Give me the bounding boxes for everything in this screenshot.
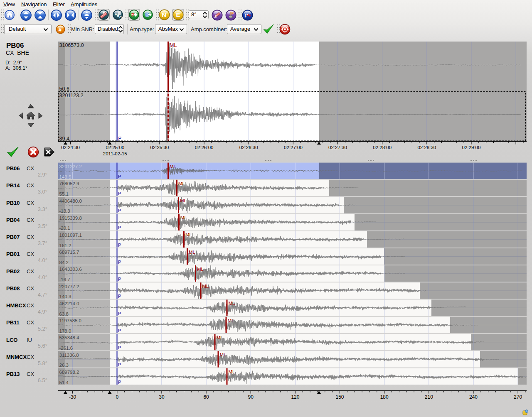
svg-text:4406480.0: 4406480.0	[59, 199, 82, 204]
svg-text:ML: ML	[202, 284, 209, 289]
svg-text:P: P	[118, 345, 121, 350]
svg-text:ML: ML	[178, 181, 185, 186]
svg-text:1197585.0: 1197585.0	[59, 318, 82, 323]
svg-text:30: 30	[159, 394, 165, 400]
svg-text:ML: ML	[229, 369, 236, 374]
svg-text:535348.4: 535348.4	[59, 335, 80, 340]
svg-text:P: P	[118, 208, 121, 213]
svg-text:26.3: 26.3	[59, 363, 69, 368]
svg-text:60: 60	[203, 394, 209, 400]
svg-text:02:29:00: 02:29:00	[462, 145, 481, 150]
svg-text:2011-02-15: 2011-02-15	[103, 151, 127, 156]
svg-text:1643303.6: 1643303.6	[59, 267, 82, 272]
svg-text:ML: ML	[180, 215, 187, 220]
svg-text:55.1: 55.1	[59, 191, 69, 196]
svg-text:ML: ML	[185, 232, 192, 237]
svg-text:178.0: 178.0	[59, 329, 71, 334]
svg-text:-30: -30	[69, 394, 76, 400]
svg-text:ML: ML	[197, 267, 204, 272]
svg-text:P: P	[131, 12, 134, 17]
svg-text:768052.9: 768052.9	[59, 181, 79, 186]
svg-text:210: 210	[425, 394, 433, 400]
svg-text:P: P	[118, 243, 121, 248]
svg-text:P: P	[118, 311, 121, 316]
svg-text:180: 180	[380, 394, 389, 400]
svg-text:02:28:30: 02:28:30	[417, 145, 436, 150]
svg-text:120: 120	[291, 394, 299, 400]
svg-text:02:26:30: 02:26:30	[239, 145, 258, 150]
svg-text:P: P	[118, 294, 121, 299]
svg-text:3201227.2: 3201227.2	[59, 164, 82, 169]
svg-text:270: 270	[514, 394, 522, 400]
svg-text:#: #	[59, 27, 62, 33]
svg-text:P: P	[118, 260, 121, 265]
svg-text:ML: ML	[180, 198, 187, 203]
svg-text:462214.0: 462214.0	[59, 301, 79, 306]
svg-text:02:25:00: 02:25:00	[106, 145, 124, 150]
svg-text:02:26:00: 02:26:00	[195, 145, 214, 150]
svg-text:P: P	[118, 225, 121, 230]
svg-text:90: 90	[248, 394, 254, 400]
svg-text:P: P	[118, 380, 121, 385]
svg-text:3106573.0: 3106573.0	[59, 42, 84, 48]
svg-text:02:25:30: 02:25:30	[150, 145, 169, 150]
svg-text:0: 0	[116, 394, 118, 400]
svg-text:JP: JP	[229, 11, 234, 15]
svg-text:P: P	[118, 174, 121, 179]
svg-text:63.8: 63.8	[59, 312, 69, 316]
svg-text:1915339.8: 1915339.8	[59, 216, 82, 221]
svg-text:02:28:00: 02:28:00	[373, 145, 392, 150]
svg-text:-20.1: -20.1	[59, 226, 70, 231]
svg-text:02:24:30: 02:24:30	[61, 145, 80, 150]
svg-text:1801097.1: 1801097.1	[59, 233, 82, 238]
svg-text:150: 150	[335, 394, 344, 400]
svg-text:ML: ML	[170, 164, 177, 169]
svg-text:02:27:30: 02:27:30	[328, 145, 347, 150]
svg-text:51.4: 51.4	[59, 380, 69, 385]
svg-text:240: 240	[469, 394, 478, 400]
svg-text:ML: ML	[217, 335, 224, 340]
svg-text:689798.2: 689798.2	[59, 370, 79, 375]
svg-text:689715.7: 689715.7	[59, 250, 79, 255]
svg-text:N: N	[162, 11, 166, 18]
svg-text:-16.7: -16.7	[59, 277, 70, 282]
svg-text:50.6: 50.6	[59, 86, 69, 92]
svg-text:181.2: 181.2	[59, 243, 71, 248]
svg-text:ML: ML	[189, 250, 196, 255]
svg-text:140.3: 140.3	[59, 294, 71, 299]
svg-text:02:27:00: 02:27:00	[284, 145, 303, 150]
svg-text:E: E	[176, 11, 180, 18]
svg-text:-13.3: -13.3	[59, 208, 70, 213]
svg-text:220777.2: 220777.2	[59, 284, 79, 289]
svg-text:ML: ML	[170, 42, 177, 48]
svg-text:P: P	[118, 191, 121, 196]
svg-text:3201123.2: 3201123.2	[59, 93, 84, 98]
svg-text:143.5: 143.5	[59, 174, 71, 179]
svg-text:ML: ML	[220, 352, 227, 357]
svg-text:P: P	[118, 277, 121, 282]
svg-text:P: P	[118, 362, 121, 367]
svg-text:84.2: 84.2	[59, 260, 69, 265]
svg-text:C: C	[119, 15, 122, 19]
svg-text:P: P	[118, 328, 121, 333]
svg-text:-261.6: -261.6	[59, 346, 73, 351]
svg-text:ML: ML	[228, 318, 235, 323]
svg-text:311336.8: 311336.8	[59, 353, 79, 358]
svg-text:P: P	[118, 136, 122, 141]
svg-text:ML: ML	[229, 301, 236, 306]
